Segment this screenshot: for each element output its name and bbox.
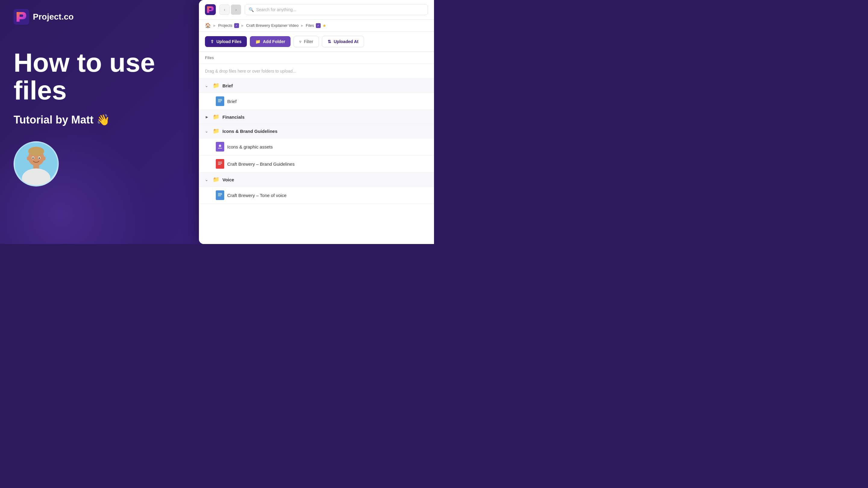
svg-rect-15: [218, 100, 222, 101]
files-area: Files Drag & drop files here or over fol…: [199, 52, 434, 204]
file-name-icons-assets: Icons & graphic assets: [227, 144, 273, 150]
breadcrumb-projects[interactable]: Projects: [218, 23, 232, 28]
file-name-brand-guidelines: Craft Brewery – Brand Guidelines: [227, 161, 294, 167]
file-name-brief: Brief: [227, 99, 237, 104]
avatar-image: [15, 141, 58, 185]
folder-name-brief: Brief: [222, 83, 233, 88]
folder-row-brief[interactable]: ⌄ 📁 Brief: [199, 78, 434, 93]
sort-button[interactable]: ⇅ Uploaded At: [322, 36, 364, 47]
forward-button[interactable]: ›: [231, 4, 241, 15]
svg-point-11: [43, 156, 45, 160]
folder-row-voice[interactable]: ⌄ 📁 Voice: [199, 173, 434, 187]
sep1: ►: [213, 24, 216, 28]
svg-point-3: [28, 147, 44, 156]
add-folder-button[interactable]: 📁 Add Folder: [250, 36, 290, 47]
svg-rect-27: [218, 195, 221, 196]
avatar: [13, 141, 59, 187]
svg-rect-25: [218, 193, 222, 194]
files-section-header: Files: [199, 52, 434, 64]
sep2: ►: [241, 24, 244, 28]
search-icon: 🔍: [249, 7, 254, 12]
file-icon-icons-assets: [216, 142, 224, 152]
right-panel: ‹ › 🔍 Search for anything... 🏠 ► Project…: [199, 0, 434, 244]
file-row-brief[interactable]: Brief: [199, 93, 434, 110]
folder-name-financials: Financials: [222, 115, 244, 120]
file-name-tone-of-voice: Craft Brewery – Tone of voice: [227, 193, 286, 198]
file-icon-brief: [216, 96, 224, 106]
app-logo-small: [205, 4, 216, 15]
folder-icon-icons-brand: 📁: [213, 128, 219, 134]
folder-plus-icon: 📁: [255, 39, 260, 44]
file-row-brand-guidelines[interactable]: Craft Brewery – Brand Guidelines: [199, 156, 434, 173]
chevron-voice[interactable]: ⌄: [205, 177, 210, 182]
filter-label: Filter: [304, 39, 313, 44]
upload-files-label: Upload Files: [216, 39, 241, 44]
filter-button[interactable]: ▿ Filter: [293, 36, 319, 47]
svg-point-10: [27, 156, 30, 160]
chevron-financials[interactable]: ►: [205, 115, 210, 119]
drag-drop-zone[interactable]: Drag & drop files here or over folders t…: [199, 64, 434, 78]
breadcrumb-project-name[interactable]: Craft Brewery Explainer Video: [246, 23, 299, 28]
sort-icon: ⇅: [328, 39, 331, 44]
svg-point-8: [32, 157, 34, 159]
svg-rect-26: [218, 194, 222, 195]
file-icon-tone-of-voice: [216, 190, 224, 200]
svg-point-18: [219, 144, 221, 147]
folder-icon-brief: 📁: [213, 82, 219, 89]
toolbar: ⇧ Upload Files 📁 Add Folder ▿ Filter ⇅ U…: [199, 32, 434, 52]
folder-icon-voice: 📁: [213, 176, 219, 183]
folder-name-voice: Voice: [222, 177, 234, 182]
back-button[interactable]: ‹: [219, 4, 230, 15]
folder-row-icons-brand[interactable]: ⌄ 📁 Icons & Brand Guidelines: [199, 124, 434, 138]
logo-text: Project.co: [33, 12, 73, 22]
logo-icon: [13, 9, 29, 25]
nav-buttons: ‹ ›: [219, 4, 241, 15]
file-row-tone-of-voice[interactable]: Craft Brewery – Tone of voice: [199, 187, 434, 204]
avatar-circle: [13, 141, 59, 187]
chevron-brief[interactable]: ⌄: [205, 84, 210, 88]
folder-row-financials[interactable]: ► 📁 Financials: [199, 110, 434, 124]
svg-rect-19: [218, 148, 222, 149]
breadcrumb: 🏠 ► Projects ✓ ► Craft Brewery Explainer…: [199, 20, 434, 32]
filter-icon: ▿: [299, 39, 301, 44]
search-bar[interactable]: 🔍 Search for anything...: [245, 4, 428, 15]
svg-rect-16: [218, 101, 221, 102]
sep3: ►: [301, 24, 304, 28]
svg-point-9: [38, 157, 40, 159]
app-header: ‹ › 🔍 Search for anything...: [199, 0, 434, 20]
folder-name-icons-brand: Icons & Brand Guidelines: [222, 129, 278, 134]
file-icon-brand-guidelines: [216, 159, 224, 169]
add-folder-label: Add Folder: [263, 39, 285, 44]
bottom-gradient: [199, 208, 434, 244]
chevron-icons-brand[interactable]: ⌄: [205, 129, 210, 133]
svg-rect-23: [218, 164, 221, 165]
svg-rect-12: [205, 4, 216, 15]
files-check: ✓: [316, 23, 321, 28]
svg-rect-24: [217, 191, 223, 199]
upload-icon: ⇧: [210, 39, 214, 44]
search-placeholder: Search for anything...: [256, 7, 296, 12]
sort-label: Uploaded At: [334, 39, 358, 44]
breadcrumb-files[interactable]: Files: [306, 23, 314, 28]
svg-rect-21: [218, 162, 222, 162]
home-icon[interactable]: 🏠: [205, 23, 211, 28]
projects-check: ✓: [234, 23, 239, 28]
svg-rect-22: [218, 163, 222, 164]
upload-files-button[interactable]: ⇧ Upload Files: [205, 36, 247, 47]
svg-rect-13: [217, 97, 223, 105]
favorite-star[interactable]: ★: [322, 23, 327, 28]
folder-icon-financials: 📁: [213, 113, 219, 120]
file-row-icons-assets[interactable]: Icons & graphic assets: [199, 138, 434, 156]
svg-rect-14: [218, 99, 222, 100]
svg-rect-20: [217, 160, 223, 168]
